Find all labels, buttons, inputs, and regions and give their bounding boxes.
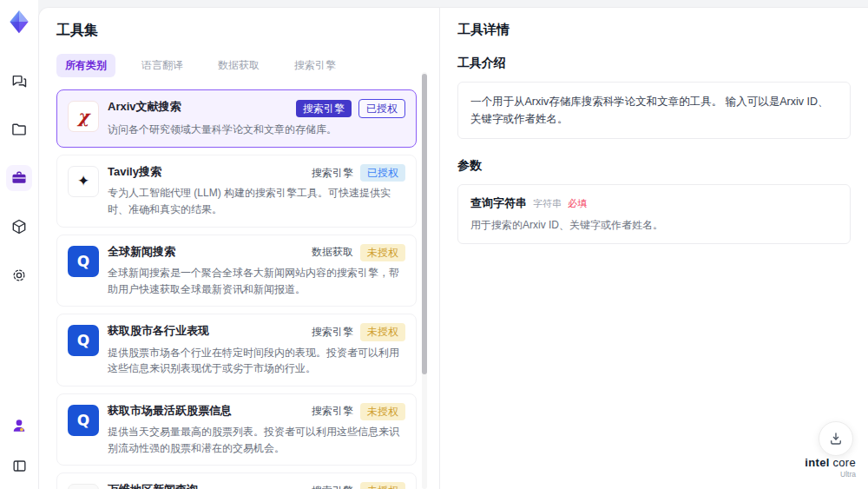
tool-name: 万维地区新闻查询 bbox=[108, 482, 198, 489]
tool-description: 全球新闻搜索是一个聚合全球各大新闻网站内容的搜索引擎，帮助用户快速获取全球最新资… bbox=[108, 265, 405, 297]
tool-list-panel: 工具集 所有类别 语言翻译 数据获取 搜索引擎 χ Arxiv文献搜索 搜索引擎… bbox=[39, 8, 440, 489]
download-icon bbox=[828, 431, 844, 446]
sidebar-item-files[interactable] bbox=[6, 116, 32, 142]
sidebar-item-models[interactable] bbox=[6, 214, 32, 240]
tab-data-fetch[interactable]: 数据获取 bbox=[209, 54, 268, 77]
category-label: 搜索引擎 bbox=[312, 404, 353, 419]
tool-card-list: χ Arxiv文献搜索 搜索引擎 已授权 访问各个研究领域大量科学论文和文章的存… bbox=[56, 89, 439, 489]
tool-card-global-news[interactable]: Q 全球新闻搜索 数据获取 未授权 全球新闻搜索是一个聚合全球各大新闻网站内容的… bbox=[56, 235, 417, 307]
intro-heading: 工具介绍 bbox=[457, 56, 851, 71]
auth-status-badge: 未授权 bbox=[360, 244, 405, 261]
intel-logo-text: intel bbox=[805, 456, 829, 469]
tool-name: 全球新闻搜索 bbox=[108, 244, 175, 260]
scrollbar-thumb[interactable] bbox=[422, 74, 427, 374]
category-tabs: 所有类别 语言翻译 数据获取 搜索引擎 bbox=[56, 54, 439, 77]
panel-collapse-icon bbox=[11, 458, 28, 474]
q-glyph: Q bbox=[77, 412, 89, 429]
finance-app-icon: Q bbox=[68, 325, 99, 356]
auth-status-badge: 已授权 bbox=[358, 99, 405, 118]
tool-intro-text: 一个用于从Arxiv存储库搜索科学论文和文章的工具。 输入可以是Arxiv ID… bbox=[457, 82, 851, 139]
core-logo-text: core bbox=[833, 456, 857, 469]
auth-status-badge: 未授权 bbox=[360, 323, 405, 340]
tool-description: 专为人工智能代理 (LLM) 构建的搜索引擎工具。可快速提供实时、准确和真实的结… bbox=[108, 185, 405, 217]
tab-translation[interactable]: 语言翻译 bbox=[133, 54, 192, 77]
cube-icon bbox=[10, 218, 28, 235]
auth-status-badge: 未授权 bbox=[360, 482, 405, 489]
arxiv-icon: χ bbox=[68, 101, 99, 132]
sidebar-item-tools[interactable] bbox=[6, 165, 32, 191]
category-label: 搜索引擎 bbox=[312, 325, 353, 340]
app-logo bbox=[6, 9, 32, 35]
category-label: 搜索引擎 bbox=[312, 484, 353, 489]
content-shell: 工具集 所有类别 语言翻译 数据获取 搜索引擎 χ Arxiv文献搜索 搜索引擎… bbox=[38, 7, 868, 489]
param-required-flag: 必填 bbox=[568, 197, 587, 210]
param-description: 用于搜索的Arxiv ID、关键字或作者姓名。 bbox=[470, 217, 838, 233]
parameter-item: 查询字符串 字符串 必填 用于搜索的Arxiv ID、关键字或作者姓名。 bbox=[457, 184, 851, 244]
rail-nav bbox=[6, 68, 32, 288]
folder-icon bbox=[10, 121, 28, 138]
tool-card-sector-performance[interactable]: Q 获取股市各行业表现 搜索引擎 未授权 提供股票市场各个行业在特定时间段内的表… bbox=[56, 314, 417, 387]
auth-status-badge: 已授权 bbox=[360, 164, 405, 182]
tool-description: 提供当天交易量最高的股票列表。投资者可以利用这些信息来识别流动性强的股票和潜在的… bbox=[108, 424, 405, 456]
param-name: 查询字符串 bbox=[470, 195, 527, 211]
sidebar-item-chat[interactable] bbox=[6, 68, 32, 94]
q-glyph: Q bbox=[77, 332, 89, 349]
category-label: 搜索引擎 bbox=[312, 166, 353, 181]
tool-card-regional-news[interactable]: 万维地区新闻查询 搜索引擎 未授权 查询具体行政区划内的新闻，快速了解各地新闻动… bbox=[56, 472, 417, 489]
tool-detail-panel: 工具详情 工具介绍 一个用于从Arxiv存储库搜索科学论文和文章的工具。 输入可… bbox=[440, 8, 868, 489]
download-button[interactable] bbox=[819, 421, 853, 456]
person-icon bbox=[10, 417, 28, 434]
q-glyph: Q bbox=[77, 253, 89, 270]
left-rail bbox=[0, 0, 38, 489]
params-heading: 参数 bbox=[457, 158, 851, 174]
page-title: 工具集 bbox=[56, 22, 439, 40]
tool-name: Tavily搜索 bbox=[108, 164, 161, 180]
chat-icon bbox=[10, 72, 28, 89]
arxiv-glyph: χ bbox=[77, 106, 89, 127]
param-type: 字符串 bbox=[533, 197, 562, 210]
tab-all-categories[interactable]: 所有类别 bbox=[56, 54, 115, 77]
category-label: 数据获取 bbox=[312, 245, 353, 260]
finance-app-icon: Q bbox=[68, 405, 99, 436]
tool-name: 获取市场最活跃股票信息 bbox=[108, 403, 232, 419]
collapse-sidebar-button[interactable] bbox=[6, 453, 32, 479]
tool-card-tavily[interactable]: ✦ Tavily搜索 搜索引擎 已授权 专为人工智能代理 (LLM) 构建的搜索… bbox=[56, 155, 417, 228]
tavily-glyph: ✦ bbox=[77, 172, 89, 190]
building-icon bbox=[68, 484, 99, 489]
tavily-icon: ✦ bbox=[68, 166, 99, 197]
detail-title: 工具详情 bbox=[457, 22, 851, 38]
tool-description: 访问各个研究领域大量科学论文和文章的存储库。 bbox=[108, 122, 405, 138]
sidebar-item-settings[interactable] bbox=[6, 262, 32, 288]
gear-icon bbox=[10, 267, 28, 284]
tab-search-engine[interactable]: 搜索引擎 bbox=[286, 54, 345, 77]
category-badge: 搜索引擎 bbox=[296, 100, 352, 117]
news-app-icon: Q bbox=[68, 246, 99, 277]
rail-bottom bbox=[6, 413, 32, 479]
user-avatar[interactable] bbox=[6, 413, 32, 439]
tool-card-most-active-stocks[interactable]: Q 获取市场最活跃股票信息 搜索引擎 未授权 提供当天交易量最高的股票列表。投资… bbox=[56, 393, 417, 466]
ultra-label: Ultra bbox=[805, 470, 856, 479]
intel-core-badge: intel core Ultra bbox=[805, 456, 856, 479]
tool-card-arxiv[interactable]: χ Arxiv文献搜索 搜索引擎 已授权 访问各个研究领域大量科学论文和文章的存… bbox=[56, 89, 417, 148]
tool-name: 获取股市各行业表现 bbox=[108, 323, 209, 339]
tool-name: Arxiv文献搜索 bbox=[108, 99, 181, 115]
briefcase-icon bbox=[10, 169, 28, 187]
tool-description: 提供股票市场各个行业在特定时间段内的表现。投资者可以利用这些信息来识别表现优于或… bbox=[108, 345, 405, 377]
auth-status-badge: 未授权 bbox=[360, 403, 405, 420]
